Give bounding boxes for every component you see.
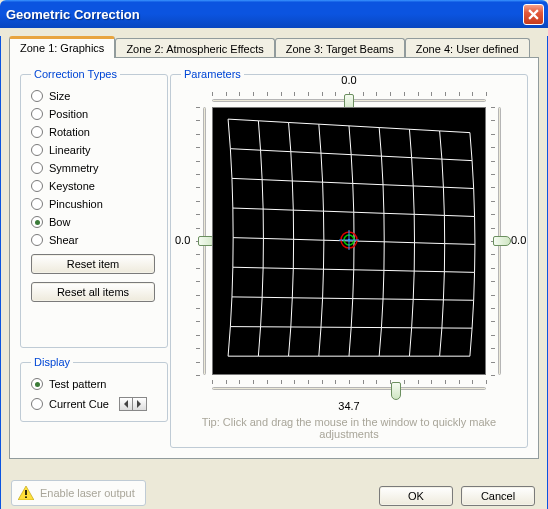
left-column: Correction Types SizePositionRotationLin… — [20, 68, 168, 448]
radio-icon — [31, 144, 43, 156]
tip-text: Tip: Click and drag the mouse in the win… — [199, 416, 499, 440]
left-value-label: 0.0 — [175, 234, 190, 246]
radio-label: Test pattern — [49, 378, 106, 390]
tab-strip: Zone 1: GraphicsZone 2: Atmospheric Effe… — [9, 36, 539, 58]
reset-item-button[interactable]: Reset item — [31, 254, 155, 274]
radio-label: Linearity — [49, 144, 91, 156]
radio-icon — [31, 162, 43, 174]
reset-all-items-button[interactable]: Reset all items — [31, 282, 155, 302]
tab-page: Correction Types SizePositionRotationLin… — [9, 57, 539, 459]
correction-types-radios: SizePositionRotationLinearitySymmetryKey… — [31, 90, 157, 246]
preview-canvas[interactable] — [212, 107, 486, 375]
radio-label: Size — [49, 90, 70, 102]
tab-zone-1[interactable]: Zone 1: Graphics — [9, 36, 115, 58]
radio-label: Symmetry — [49, 162, 99, 174]
svg-rect-5 — [25, 490, 27, 495]
preview-wrap: 0.0 0.0 0.0 34.7 — [199, 94, 499, 394]
display-legend: Display — [31, 356, 73, 368]
correction-radio-keystone[interactable]: Keystone — [31, 180, 157, 192]
radio-icon — [31, 90, 43, 102]
radio-icon — [31, 234, 43, 246]
bottom-slider[interactable] — [212, 378, 486, 398]
enable-laser-label: Enable laser output — [40, 487, 135, 499]
radio-icon — [31, 180, 43, 192]
correction-radio-bow[interactable]: Bow — [31, 216, 157, 228]
radio-label: Pincushion — [49, 198, 103, 210]
correction-radio-linearity[interactable]: Linearity — [31, 144, 157, 156]
correction-radio-rotation[interactable]: Rotation — [31, 126, 157, 138]
right-slider[interactable] — [489, 107, 509, 375]
titlebar: Geometric Correction — [0, 0, 548, 28]
radio-icon — [31, 216, 43, 228]
display-group: Display Test patternCurrent Cue — [20, 356, 168, 422]
correction-radio-shear[interactable]: Shear — [31, 234, 157, 246]
left-slider[interactable] — [194, 107, 214, 375]
top-value-label: 0.0 — [212, 74, 486, 86]
radio-icon — [31, 126, 43, 138]
radio-label: Current Cue — [49, 398, 109, 410]
parameters-group: Parameters 0.0 0.0 0.0 34.7 — [170, 68, 528, 448]
correction-types-legend: Correction Types — [31, 68, 120, 80]
close-icon — [528, 9, 539, 20]
radio-label: Shear — [49, 234, 78, 246]
radio-label: Position — [49, 108, 88, 120]
radio-label: Bow — [49, 216, 70, 228]
radio-icon — [31, 198, 43, 210]
correction-radio-symmetry[interactable]: Symmetry — [31, 162, 157, 174]
enable-laser-output-button[interactable]: Enable laser output — [11, 480, 146, 506]
client-area: Zone 1: GraphicsZone 2: Atmospheric Effe… — [0, 36, 548, 509]
radio-label: Keystone — [49, 180, 95, 192]
bottom-value-label: 34.7 — [212, 400, 486, 412]
correction-radio-pincushion[interactable]: Pincushion — [31, 198, 157, 210]
dialog-buttons: OK Cancel — [379, 486, 535, 506]
display-radio-test-pattern[interactable]: Test pattern — [31, 378, 157, 390]
parameters-inner: 0.0 0.0 0.0 34.7 — [181, 94, 517, 394]
center-marker-icon — [338, 229, 360, 253]
radio-icon — [31, 108, 43, 120]
radio-label: Rotation — [49, 126, 90, 138]
cue-step-next-button[interactable] — [133, 397, 147, 411]
window-title: Geometric Correction — [6, 7, 523, 22]
display-radio-current-cue[interactable]: Current Cue — [31, 397, 157, 411]
svg-rect-6 — [25, 496, 27, 498]
warning-icon — [18, 486, 34, 500]
right-slider-thumb[interactable] — [493, 236, 511, 246]
correction-types-group: Correction Types SizePositionRotationLin… — [20, 68, 168, 348]
cue-step-prev-button[interactable] — [119, 397, 133, 411]
correction-radio-size[interactable]: Size — [31, 90, 157, 102]
bottom-slider-thumb[interactable] — [391, 382, 401, 400]
radio-icon — [31, 398, 43, 410]
close-button[interactable] — [523, 4, 544, 25]
correction-radio-position[interactable]: Position — [31, 108, 157, 120]
right-value-label: 0.0 — [511, 234, 526, 246]
radio-icon — [31, 378, 43, 390]
ok-button[interactable]: OK — [379, 486, 453, 506]
cancel-button[interactable]: Cancel — [461, 486, 535, 506]
display-radios: Test patternCurrent Cue — [31, 378, 157, 411]
